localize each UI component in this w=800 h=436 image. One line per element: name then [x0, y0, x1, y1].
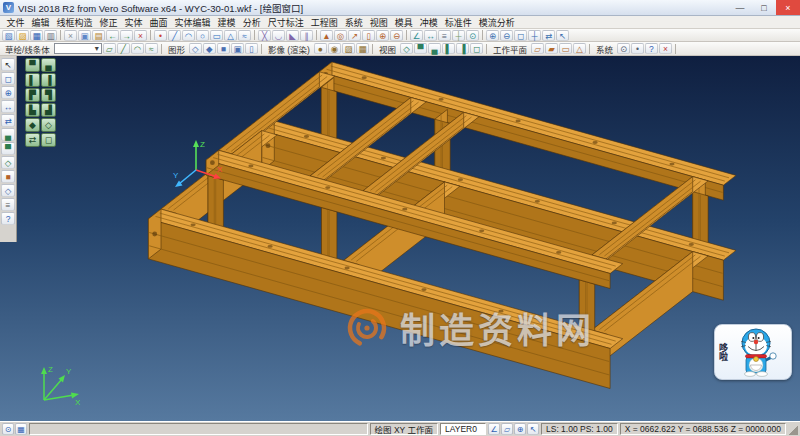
info-icon[interactable]: • — [631, 43, 644, 54]
menu-item-1[interactable]: 文件 — [3, 16, 28, 29]
hidden-line-view-icon[interactable]: ◆ — [203, 43, 216, 54]
view-top-icon[interactable]: ▀ — [1, 142, 15, 155]
menu-item-12[interactable]: 系统 — [341, 16, 366, 29]
menu-item-4[interactable]: 修正 — [96, 16, 121, 29]
grid-icon[interactable]: ┼ — [452, 30, 465, 41]
transparent-view-icon[interactable]: ▯ — [245, 43, 258, 54]
trim-icon[interactable]: ╳ — [258, 30, 271, 41]
revolve-icon[interactable]: ◎ — [334, 30, 347, 41]
dimension-icon[interactable]: ↔ — [424, 30, 437, 41]
arc-icon[interactable]: ◠ — [182, 30, 195, 41]
sketch-line-icon[interactable]: ╱ — [117, 43, 130, 54]
menu-item-13[interactable]: 视图 — [366, 16, 391, 29]
statusbar-workplane[interactable]: 绘图 XY 工作面 — [370, 423, 438, 435]
help-icon[interactable]: ? — [645, 43, 658, 54]
view-back-icon[interactable]: ▐ — [41, 73, 56, 87]
redo-icon[interactable]: → — [120, 30, 133, 41]
menu-item-16[interactable]: 标准件 — [441, 16, 475, 29]
material-icon[interactable]: ▨ — [342, 43, 355, 54]
zoom-fit-icon[interactable]: ◻ — [514, 30, 527, 41]
cut-icon[interactable]: × — [64, 30, 77, 41]
select-icon[interactable]: ↖ — [1, 58, 15, 71]
boolean-subtract-icon[interactable]: ⊖ — [390, 30, 403, 41]
workplane-xy-icon[interactable]: ▱ — [531, 43, 544, 54]
menu-item-17[interactable]: 模流分析 — [475, 16, 518, 29]
pan-icon[interactable]: ┼ — [528, 30, 541, 41]
menu-item-10[interactable]: 尺寸标注 — [264, 16, 307, 29]
spline-icon[interactable]: ≈ — [238, 30, 251, 41]
help-icon[interactable]: ? — [1, 212, 15, 225]
shaded-mode-icon[interactable]: ■ — [1, 170, 15, 183]
snap-toggle-icon[interactable]: ⊙ — [2, 423, 14, 435]
menu-item-9[interactable]: 分析 — [239, 16, 264, 29]
exit-icon[interactable]: × — [659, 43, 672, 54]
view-zoom-fit-icon[interactable]: ◻ — [41, 133, 56, 147]
view-top-icon[interactable]: ▀ — [414, 43, 427, 54]
workplane-3pt-icon[interactable]: △ — [573, 43, 586, 54]
ortho-toggle-icon[interactable]: ∠ — [488, 423, 500, 435]
layers-icon[interactable]: ≡ — [438, 30, 451, 41]
view-top-icon[interactable]: ▀ — [25, 58, 40, 72]
sketch-plane-icon[interactable]: ▱ — [103, 43, 116, 54]
new-file-icon[interactable]: ▧ — [2, 30, 15, 41]
offset-icon[interactable]: ∥ — [300, 30, 313, 41]
point-icon[interactable]: • — [154, 30, 167, 41]
menu-item-7[interactable]: 实体编辑 — [171, 16, 214, 29]
view-left-icon[interactable]: ▌ — [442, 43, 455, 54]
circle-icon[interactable]: ○ — [196, 30, 209, 41]
zoom-out-icon[interactable]: ⊖ — [500, 30, 513, 41]
lighting-icon[interactable]: ◉ — [328, 43, 341, 54]
view-rotate-icon[interactable]: ⇄ — [25, 133, 40, 147]
paste-icon[interactable]: ▤ — [92, 30, 105, 41]
rotate-view-icon[interactable]: ⇄ — [1, 114, 15, 127]
delete-icon[interactable]: × — [134, 30, 147, 41]
menu-item-2[interactable]: 编辑 — [28, 16, 53, 29]
menu-item-3[interactable]: 线框构造 — [53, 16, 96, 29]
previous-view-icon[interactable]: ↖ — [556, 30, 569, 41]
shading-icon[interactable]: ● — [314, 43, 327, 54]
select-mode-icon[interactable]: ↖ — [527, 423, 539, 435]
pan-view-icon[interactable]: ↔ — [1, 100, 15, 113]
copy-icon[interactable]: ▣ — [78, 30, 91, 41]
save-icon[interactable]: ▦ — [30, 30, 43, 41]
settings-icon[interactable]: ⊙ — [617, 43, 630, 54]
shell-icon[interactable]: ▯ — [362, 30, 375, 41]
view-front-icon[interactable]: ▄ — [428, 43, 441, 54]
snap-icon[interactable]: ⊙ — [466, 30, 479, 41]
undo-icon[interactable]: ← — [106, 30, 119, 41]
open-file-icon[interactable]: ▨ — [16, 30, 29, 41]
view-left-icon[interactable]: ▛ — [25, 88, 40, 102]
view-iso-icon[interactable]: ◇ — [1, 156, 15, 169]
chamfer-icon[interactable]: ◣ — [286, 30, 299, 41]
polygon-icon[interactable]: △ — [224, 30, 237, 41]
menu-item-15[interactable]: 冲模 — [416, 16, 441, 29]
maximize-button[interactable]: □ — [752, 0, 776, 15]
view-iso-nw-icon[interactable]: ▟ — [41, 103, 56, 117]
view-iso-ne-icon[interactable]: ▙ — [25, 103, 40, 117]
workplane-xz-icon[interactable]: ▰ — [545, 43, 558, 54]
line-icon[interactable]: ╱ — [168, 30, 181, 41]
layer-combo[interactable]: ▾ — [54, 43, 102, 54]
sketch-arc-icon[interactable]: ◠ — [131, 43, 144, 54]
wireframe-mode-icon[interactable]: ◇ — [1, 184, 15, 197]
view-bottom-icon[interactable]: ▄ — [41, 58, 56, 72]
fillet-icon[interactable]: ◡ — [272, 30, 285, 41]
close-button[interactable]: × — [776, 0, 800, 15]
extrude-icon[interactable]: ▲ — [320, 30, 333, 41]
measure-icon[interactable]: ∠ — [410, 30, 423, 41]
resize-grip[interactable] — [788, 423, 798, 435]
grid-toggle-icon[interactable]: ▦ — [15, 423, 27, 435]
background-icon[interactable]: ▦ — [356, 43, 369, 54]
view-right-icon[interactable]: ▐ — [456, 43, 469, 54]
zoom-dynamic-icon[interactable]: ⊕ — [1, 86, 15, 99]
zoom-window-icon[interactable]: ◻ — [1, 72, 15, 85]
sweep-icon[interactable]: ↗ — [348, 30, 361, 41]
rotate-view-icon[interactable]: ⇄ — [542, 30, 555, 41]
workplane-yz-icon[interactable]: ▭ — [559, 43, 572, 54]
print-icon[interactable]: ▥ — [44, 30, 57, 41]
menu-item-11[interactable]: 工程图 — [307, 16, 341, 29]
minimize-button[interactable]: — — [728, 0, 752, 15]
statusbar-layer[interactable]: LAYER0 — [440, 423, 486, 435]
workplane-indicator-icon[interactable]: ▱ — [501, 423, 513, 435]
wireframe-view-icon[interactable]: ◇ — [189, 43, 202, 54]
